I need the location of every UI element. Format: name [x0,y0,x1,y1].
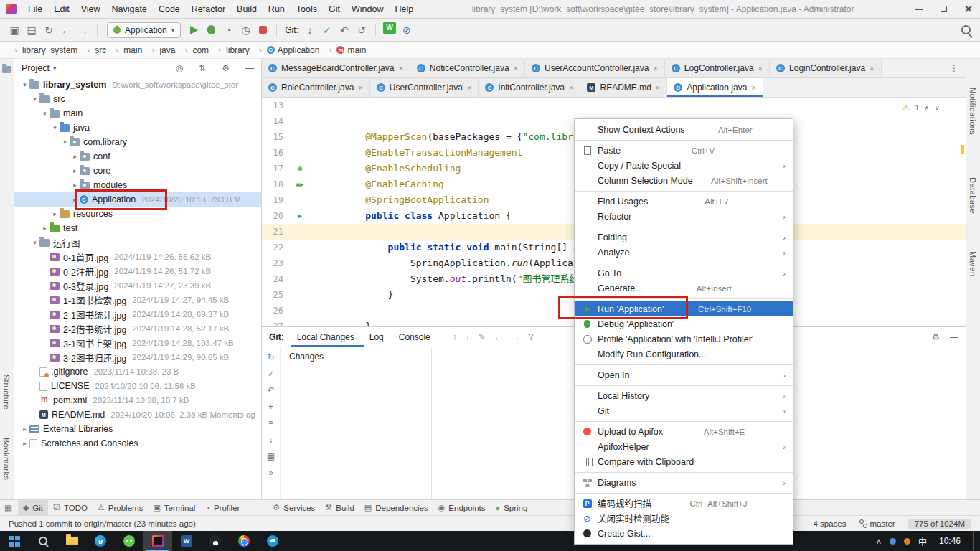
start-button[interactable] [0,531,29,551]
rollback-icon[interactable]: ↶ [336,22,353,39]
context-menu-item[interactable]: Compare with Clipboard [575,454,793,469]
word-icon[interactable] [172,531,201,551]
changes-tree[interactable]: Changes [281,347,431,499]
context-menu-item[interactable]: Refactor › [575,209,793,224]
input-method-indicator[interactable]: 中 [918,535,927,547]
project-tool-icon[interactable] [2,66,11,73]
context-menu-item[interactable]: Go To › [575,265,793,281]
menubar-item[interactable]: Tools [291,0,323,19]
tree-row[interactable]: 2-1图书统计.jpg 2024/1/19 14:28, 69.37 kB [14,307,261,321]
tree-row[interactable]: 0-1首页.jpg 2024/1/19 14:26, 56.62 kB [14,250,261,264]
tool-window-button[interactable]: ⚠ Problems [93,500,148,516]
next-problem-icon[interactable]: ∨ [935,104,940,112]
context-menu-item[interactable]: Git › [575,403,793,418]
tree-expand-arrow[interactable]: ▸ [50,210,60,217]
indent-indicator[interactable]: 4 spaces [813,519,846,528]
stop-button[interactable] [254,22,271,39]
tree-expand-arrow[interactable]: ▾ [60,138,70,146]
gutter-icon[interactable] [291,271,309,287]
tree-expand-arrow[interactable]: ▸ [40,225,50,232]
tree-row[interactable]: ▾ library_system D:\work_soft\workspace\… [14,77,261,92]
tree-row[interactable]: ▾ main [14,106,261,121]
coverage-icon[interactable]: ◔ [220,22,237,39]
tree-expand-arrow[interactable]: ▸ [20,425,29,433]
menubar-item[interactable]: Edit [48,0,75,19]
close-tab-icon[interactable]: × [751,83,755,92]
context-menu-item[interactable]: Generate... Alt+Insert [575,281,793,296]
tree-row[interactable]: 3-2图书归还.jpg 2024/1/19 14:29, 90.65 kB [14,350,261,364]
context-menu-item[interactable] [575,227,793,227]
status-message[interactable]: Pushed 1 commit to origin/master (23 min… [9,519,196,528]
collapse-all-icon[interactable]: ⇅ [199,63,206,73]
gutter-icon[interactable] [291,303,309,319]
gutter-icon[interactable] [291,208,309,224]
editor-tab[interactable]: RoleController.java × [262,78,370,97]
refresh-icon[interactable]: ↻ [267,352,274,362]
gutter-icon[interactable] [291,98,309,113]
gutter-icon[interactable] [291,113,309,129]
open-project-icon[interactable]: ▣ [6,22,23,39]
git-panel-tab[interactable]: Log [364,327,393,347]
tree-row[interactable]: ▸ core [14,164,261,178]
close-tab-icon[interactable]: × [398,64,402,72]
more-tabs-icon[interactable]: ⋮ [943,59,966,77]
menubar-item[interactable]: Navigate [106,0,153,19]
hide-icon[interactable]: — [950,332,958,342]
line-number[interactable]: 27 [262,319,291,326]
context-menu-item[interactable]: Paste Ctrl+V [575,143,793,158]
settings-icon[interactable]: ⚙ [932,332,940,342]
tree-row[interactable]: README.md 2024/10/20 10:06, 2.38 kB Mome… [14,408,261,422]
bookmarks-tool-button[interactable]: Bookmarks [2,438,11,481]
menubar-item[interactable]: Window [346,0,389,19]
breadcrumb-item[interactable]: java [144,45,177,55]
gutter-icon[interactable] [291,161,309,176]
close-tab-icon[interactable]: × [653,64,657,72]
tree-expand-arrow[interactable]: ▾ [30,239,39,246]
context-menu-item[interactable]: Create Gist... [575,526,793,541]
database-tool-button[interactable]: Database [969,177,977,214]
add-icon[interactable]: + [268,402,273,412]
editor-tab[interactable]: LogController.java × [665,59,770,77]
editor-tab[interactable]: UserAccountController.java × [525,59,665,77]
qq-icon[interactable] [201,531,230,551]
close-tab-icon[interactable]: × [569,83,573,92]
gutter-icon[interactable] [291,129,309,145]
taskbar-search-icon[interactable] [29,531,57,551]
gutter-icon[interactable] [291,255,309,271]
editor-tab[interactable]: MessageBoardController.java × [262,59,410,77]
select-opened-file-icon[interactable]: ◎ [176,63,183,73]
wechat-icon[interactable] [115,531,143,551]
context-menu-item[interactable]: Diagrams › [575,475,793,490]
context-menu-item[interactable] [575,385,793,386]
tree-row[interactable]: 0-2注册.jpg 2024/1/19 14:26, 51.72 kB [14,264,261,278]
context-menu-item[interactable]: ApifoxHelper › [575,439,793,454]
menubar-item[interactable]: Code [153,0,186,19]
gutter-icon[interactable] [291,176,309,192]
context-menu-item[interactable] [575,191,793,192]
context-menu-item[interactable] [575,421,793,422]
scrollbar-warning-mark[interactable] [961,145,964,154]
context-menu-item[interactable]: Folding › [575,230,793,245]
tree-row[interactable]: pom.xml 2023/11/14 10:38, 10.7 kB [14,393,261,408]
maximize-button[interactable] [931,0,956,19]
tree-row[interactable]: ▸ test [14,221,261,235]
gutter-icon[interactable] [291,192,309,208]
search-everywhere-icon[interactable] [957,22,974,39]
prev-change-icon[interactable]: ↑ [453,332,457,342]
tool-windows-icon[interactable]: ▦ [4,503,12,513]
gutter-icon[interactable] [291,145,309,161]
intellij-idea-icon[interactable] [143,531,172,551]
line-number[interactable]: 24 [262,271,291,287]
prev-problem-icon[interactable]: ∧ [924,104,929,112]
line-number[interactable]: 19 [262,192,291,208]
show-desktop-button[interactable] [973,531,977,551]
hide-panel-icon[interactable]: — [245,63,254,73]
tray-app-icon[interactable] [904,538,910,545]
close-tab-icon[interactable]: × [467,83,471,92]
line-number[interactable]: 25 [262,287,291,303]
menubar-item[interactable]: File [22,0,48,19]
context-menu-item[interactable]: Upload to Apifox Alt+Shift+E [575,424,793,439]
context-menu-item[interactable]: 编码规约扫描 Ctrl+Alt+Shift+J [575,496,793,511]
back-icon[interactable]: ← [57,22,75,39]
back-icon[interactable]: ← [494,332,503,342]
